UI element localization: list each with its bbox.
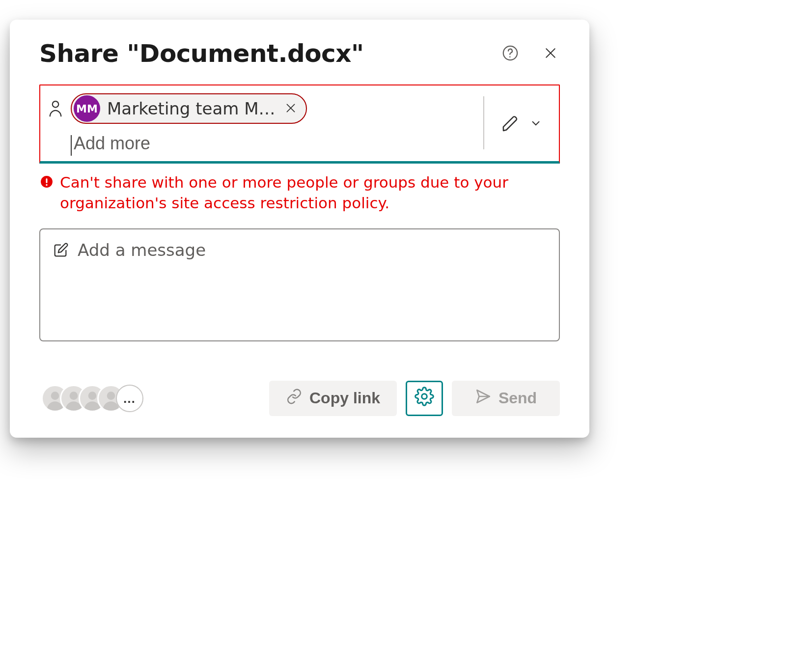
recipient-chip[interactable]: MM Marketing team M… — [71, 93, 307, 124]
dialog-title: Share "Document.docx" — [39, 39, 364, 68]
svg-point-9 — [46, 184, 47, 186]
permission-button[interactable] — [492, 93, 551, 154]
svg-point-4 — [53, 101, 59, 108]
add-recipient-input[interactable] — [73, 133, 477, 154]
footer: … Copy link — [39, 381, 560, 416]
send-label: Send — [498, 389, 537, 407]
dialog-header: Share "Document.docx" — [39, 39, 560, 68]
recipient-left: MM Marketing team M… — [48, 93, 477, 154]
link-settings-button[interactable] — [406, 381, 443, 416]
recipient-box: MM Marketing team M… — [39, 84, 560, 164]
shared-with-button[interactable]: … — [39, 383, 145, 414]
error-message: Can't share with one or more people or g… — [60, 172, 560, 214]
link-icon — [286, 388, 303, 409]
avatar: MM — [74, 95, 100, 122]
svg-point-1 — [509, 56, 511, 57]
copy-link-label: Copy link — [309, 389, 380, 407]
svg-point-10 — [51, 392, 59, 400]
copy-link-button[interactable]: Copy link — [269, 381, 397, 416]
svg-point-14 — [422, 393, 427, 399]
remove-recipient-button[interactable] — [282, 100, 299, 118]
message-box — [39, 228, 560, 341]
person-icon — [48, 93, 63, 120]
overflow-icon: … — [116, 385, 143, 412]
close-icon — [284, 102, 297, 116]
message-input[interactable] — [77, 239, 547, 320]
error-row: Can't share with one or more people or g… — [39, 172, 560, 214]
svg-point-12 — [88, 392, 97, 400]
recipient-main: MM Marketing team M… — [71, 93, 477, 154]
header-actions — [500, 43, 560, 65]
gear-icon — [415, 387, 434, 410]
chevron-down-icon — [529, 117, 542, 131]
svg-point-13 — [107, 392, 115, 400]
dialog-backdrop: Share "Document.docx" — [0, 0, 802, 672]
error-icon — [40, 175, 53, 190]
recipient-chip-label: Marketing team M… — [107, 99, 276, 118]
send-icon — [475, 388, 492, 409]
compose-icon — [52, 239, 69, 261]
close-icon — [543, 46, 558, 62]
text-caret — [71, 135, 72, 156]
svg-rect-8 — [46, 178, 47, 183]
footer-actions: Copy link — [269, 381, 560, 416]
divider — [483, 96, 484, 149]
help-icon — [502, 45, 519, 63]
send-button[interactable]: Send — [452, 381, 560, 416]
share-dialog: Share "Document.docx" — [10, 20, 589, 438]
close-button[interactable] — [541, 44, 560, 64]
svg-point-11 — [70, 392, 78, 400]
pencil-icon — [501, 113, 521, 135]
help-button[interactable] — [500, 43, 521, 65]
